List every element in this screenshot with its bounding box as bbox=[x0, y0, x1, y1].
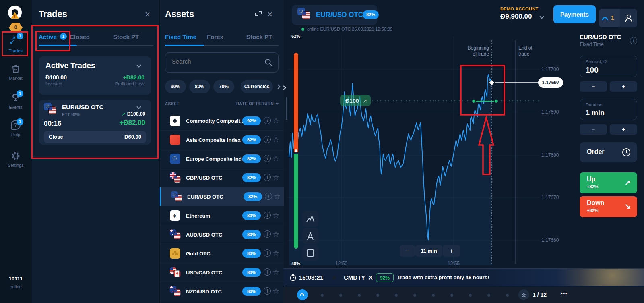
zoom-in-button[interactable]: + bbox=[443, 245, 460, 257]
sidebar-item-settings[interactable]: Settings bbox=[0, 151, 31, 168]
app-logo[interactable]: ! bbox=[8, 6, 22, 19]
info-icon[interactable]: i bbox=[264, 287, 271, 295]
gbpusd-flag-icon bbox=[170, 172, 183, 184]
amount-field[interactable]: Amount, Đ 100 bbox=[580, 56, 637, 77]
info-icon[interactable]: i bbox=[264, 212, 271, 219]
pager-dot[interactable] bbox=[469, 294, 472, 297]
collapse-panel-icon2[interactable] bbox=[259, 11, 262, 14]
favorite-star-icon[interactable]: ☆ bbox=[274, 192, 281, 201]
asset-name: NZD/USD OTC bbox=[186, 288, 222, 295]
info-icon[interactable]: i bbox=[264, 155, 271, 162]
asset-row[interactable]: NZD/USD OTC 80% i☆ bbox=[160, 282, 285, 301]
pager-dot[interactable] bbox=[506, 294, 509, 297]
pager-dot[interactable] bbox=[487, 294, 490, 297]
pager-dot[interactable] bbox=[432, 294, 435, 297]
gift-button[interactable]: 1 bbox=[599, 9, 620, 27]
asset-row[interactable]: Commodity Composit... 92% i☆ bbox=[160, 112, 285, 131]
gift-icon bbox=[602, 17, 608, 20]
asset-row-selected[interactable]: EUR/USD OTC 82% i☆ bbox=[160, 187, 285, 206]
asset-row[interactable]: ◆ Ethereum 80% i☆ bbox=[160, 206, 285, 225]
duration-field[interactable]: Duration 1 min bbox=[580, 99, 637, 120]
order-button[interactable]: Order bbox=[580, 142, 637, 162]
price-chart[interactable]: Đ100 ↗ bbox=[284, 34, 568, 266]
trades-panel-title: Trades bbox=[39, 9, 67, 19]
eurusd-flag-icon bbox=[171, 191, 184, 203]
sidebar-item-market[interactable]: Market bbox=[0, 64, 31, 81]
column-rate[interactable]: RATE OF RETURN bbox=[236, 102, 278, 106]
sidebar-item-help[interactable]: ? 1 Help bbox=[0, 120, 31, 137]
tab-stock-pt-assets[interactable]: Stock PT bbox=[246, 33, 272, 40]
amount-minus-button[interactable]: − bbox=[580, 81, 607, 92]
favorite-star-icon[interactable]: ☆ bbox=[272, 230, 279, 239]
account-chevron-icon[interactable] bbox=[539, 14, 544, 19]
filter-70[interactable]: 70% bbox=[213, 80, 234, 93]
favorite-star-icon[interactable]: ☆ bbox=[272, 286, 279, 296]
asset-row[interactable]: AUD/USD OTC 80% i☆ bbox=[160, 225, 285, 244]
close-trades-panel-icon[interactable]: × bbox=[145, 10, 150, 19]
amount-plus-button[interactable]: + bbox=[610, 81, 637, 92]
filter-currencies[interactable]: Currencies bbox=[241, 80, 273, 93]
info-icon[interactable]: i bbox=[264, 136, 271, 143]
pager-dot[interactable] bbox=[339, 294, 342, 297]
favorite-star-icon[interactable]: ☆ bbox=[272, 116, 279, 125]
info-icon[interactable]: i bbox=[264, 230, 271, 238]
favorite-star-icon[interactable]: ☆ bbox=[272, 268, 279, 277]
info-icon[interactable]: i bbox=[264, 249, 271, 257]
asset-row[interactable]: Asia Composite Index 82% i☆ bbox=[160, 131, 285, 149]
pager-dot[interactable] bbox=[413, 294, 416, 297]
chart-type-button[interactable] bbox=[302, 211, 318, 227]
down-button[interactable]: Down +82% ↘ bbox=[580, 196, 637, 217]
split-layout-icon bbox=[302, 245, 318, 261]
info-icon[interactable]: i bbox=[264, 268, 271, 276]
tab-fixed-time[interactable]: Fixed Time bbox=[165, 33, 196, 40]
svg-text:Đ100: Đ100 bbox=[345, 98, 359, 104]
close-assets-panel-icon[interactable]: × bbox=[267, 10, 272, 19]
pager-dot[interactable] bbox=[358, 294, 361, 297]
asset-row[interactable]: Gold OTC 80% i☆ bbox=[160, 244, 285, 263]
filter-80[interactable]: 80% bbox=[189, 80, 210, 93]
pager-dot[interactable] bbox=[376, 294, 379, 297]
panel-scrollbar[interactable] bbox=[286, 97, 287, 120]
duration-plus-button[interactable]: + bbox=[610, 124, 637, 135]
payments-button[interactable]: Payments bbox=[553, 5, 596, 23]
favorite-star-icon[interactable]: ☆ bbox=[272, 249, 279, 258]
sentiment-up-label: 52% bbox=[291, 34, 300, 39]
info-icon[interactable]: i bbox=[265, 193, 272, 200]
info-icon[interactable]: i bbox=[264, 117, 271, 124]
collapse-pager-button[interactable] bbox=[518, 289, 529, 300]
asset-row[interactable]: GBP/USD OTC 82% i☆ bbox=[160, 168, 285, 187]
favorite-star-icon[interactable]: ☆ bbox=[272, 154, 279, 163]
profile-icon[interactable] bbox=[624, 13, 634, 23]
pager-current-icon[interactable] bbox=[297, 289, 308, 300]
pager-dot[interactable] bbox=[450, 294, 453, 297]
search-box[interactable] bbox=[165, 52, 279, 73]
filters-more-chevron-icon[interactable] bbox=[276, 84, 280, 89]
collapse-panel-icon[interactable] bbox=[255, 13, 258, 16]
logo-warning-icon: ! bbox=[11, 12, 19, 19]
asset-row[interactable]: USD/CAD OTC 80% i☆ bbox=[160, 263, 285, 282]
layout-button[interactable] bbox=[302, 245, 318, 261]
pager-dot[interactable] bbox=[321, 294, 324, 297]
favorite-star-icon[interactable]: ☆ bbox=[272, 135, 279, 144]
filter-90[interactable]: 90% bbox=[165, 80, 186, 93]
search-input[interactable] bbox=[171, 58, 260, 65]
trade-amount-badge: Đ100 ↗ bbox=[340, 95, 371, 106]
pager-more-icon[interactable]: ••• bbox=[561, 290, 568, 296]
info-icon[interactable]: i bbox=[264, 174, 271, 181]
info-icon[interactable]: i bbox=[630, 37, 637, 44]
asset-rate-badge: 80% bbox=[242, 230, 261, 239]
zoom-level-label[interactable]: 11 min bbox=[415, 245, 442, 257]
tab-forex[interactable]: Forex bbox=[207, 33, 223, 40]
active-asset-chip[interactable]: EUR/USD OTC 82% bbox=[292, 5, 377, 25]
favorite-star-icon[interactable]: ☆ bbox=[272, 173, 279, 182]
favorite-star-icon[interactable]: ☆ bbox=[272, 211, 279, 220]
drawing-tools-button[interactable] bbox=[302, 228, 318, 244]
sidebar-item-events[interactable]: 1 Events bbox=[0, 92, 31, 110]
up-button[interactable]: Up +82% ↗ bbox=[580, 172, 637, 193]
zoom-out-button[interactable]: − bbox=[400, 245, 415, 257]
duration-minus-button[interactable]: − bbox=[580, 124, 607, 135]
promo-bar[interactable]: 15:03:21 CMDTY_X 92% Trade with extra pr… bbox=[284, 268, 644, 286]
asset-row[interactable]: Europe Composite Index 82% i☆ bbox=[160, 149, 285, 168]
pager-dot[interactable] bbox=[395, 294, 398, 297]
account-type-label: DEMO ACCOUNT bbox=[500, 6, 538, 11]
